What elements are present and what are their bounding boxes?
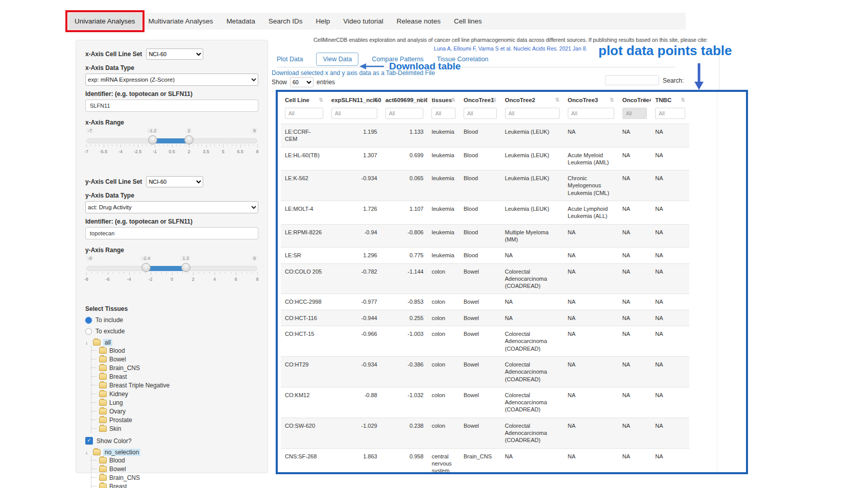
tab-view-data[interactable]: View Data bbox=[316, 53, 358, 66]
column-filter-tissues[interactable] bbox=[431, 108, 455, 119]
nav-tab-metadata[interactable]: Metadata bbox=[220, 13, 261, 30]
slider-ticks bbox=[86, 272, 257, 276]
cell-oncotree1: Blood bbox=[460, 124, 501, 148]
tree-node-kidney[interactable]: Kidney bbox=[109, 391, 128, 398]
y-axis-cell-line-set-select[interactable]: NCI-60 bbox=[146, 176, 203, 187]
column-header-expslfn11-nci60[interactable]: ⇅expSLFN11_nci60 bbox=[327, 92, 381, 107]
column-header-oncotree1[interactable]: ⇅OncoTree1 bbox=[460, 92, 501, 107]
sort-icon[interactable]: ⇅ bbox=[610, 97, 614, 103]
tree-node-skin[interactable]: Skin bbox=[109, 425, 121, 432]
tissues-include-radio[interactable]: To include bbox=[85, 316, 258, 324]
column-filter-oncotree3[interactable] bbox=[568, 108, 614, 119]
tick bbox=[172, 144, 173, 148]
column-filter-cell-line[interactable] bbox=[285, 108, 323, 119]
tree-node-all[interactable]: all bbox=[103, 339, 112, 346]
tick bbox=[108, 272, 108, 275]
tree-node-brain-cns[interactable]: Brain_CNS bbox=[109, 474, 140, 481]
column-filter-tnbc[interactable] bbox=[655, 108, 685, 119]
tree-expand-icon[interactable]: ↓ bbox=[85, 450, 90, 455]
show-color-checkbox[interactable]: ✓ Show Color? bbox=[85, 437, 258, 445]
column-header-act609699-nci60[interactable]: ⇅act609699_nci60 bbox=[381, 92, 428, 107]
nav-tab-search-ids[interactable]: Search IDs bbox=[262, 13, 309, 30]
minor-tick bbox=[245, 144, 245, 146]
slider-handle-to[interactable] bbox=[184, 135, 194, 144]
plot-data-table: ⇅Cell Line⇅expSLFN11_nci60⇅act609699_nci… bbox=[281, 92, 689, 474]
slider-handle-from[interactable] bbox=[148, 135, 157, 144]
minor-tick bbox=[176, 144, 177, 146]
tree-node-no-selection[interactable]: no_selection bbox=[103, 449, 140, 456]
nav-tab-release-notes[interactable]: Release notes bbox=[390, 13, 447, 30]
column-header-tnbc[interactable]: ⇅TNBC bbox=[651, 92, 689, 107]
tree-node-bowel[interactable]: Bowel bbox=[109, 466, 126, 473]
slider-handle-to[interactable] bbox=[181, 263, 190, 272]
tree-node-blood[interactable]: Blood bbox=[109, 457, 125, 464]
cell-cell-line: CO:KM12 bbox=[281, 387, 327, 418]
cell-oncotree3: Acute Lymphoid Leukemia (ALL) bbox=[564, 201, 618, 225]
entries-select[interactable]: 60 bbox=[290, 77, 314, 87]
tree-node-breast-triple-negative[interactable]: Breast Triple Negative bbox=[109, 382, 170, 389]
tree-node-bowel[interactable]: Bowel bbox=[109, 356, 126, 363]
cell-oncotree4: NA bbox=[618, 326, 652, 357]
cell-tnbc: NA bbox=[651, 448, 689, 474]
column-filter-oncotree2[interactable] bbox=[505, 108, 560, 119]
tree-node-lung[interactable]: Lung bbox=[109, 399, 123, 406]
y-axis-identifier-input[interactable] bbox=[85, 227, 258, 239]
tick bbox=[236, 272, 236, 275]
tree-node-brain-cns[interactable]: Brain_CNS bbox=[109, 364, 140, 372]
y-axis-data-type-select[interactable]: act: Drug Activity bbox=[85, 201, 258, 213]
cell-tnbc: NA bbox=[651, 263, 689, 294]
folder-icon bbox=[99, 382, 107, 388]
minor-tick bbox=[102, 272, 103, 274]
minor-tick bbox=[210, 144, 211, 146]
folder-icon bbox=[99, 400, 107, 406]
tree-node-ovary[interactable]: Ovary bbox=[109, 408, 126, 415]
column-header-oncotree2[interactable]: ⇅OncoTree2 bbox=[501, 92, 564, 107]
x-axis-range-slider[interactable]: -78-1.22-7-5.5-4-2.5-10.523.556.58 bbox=[86, 128, 257, 157]
nav-tab-univariate-analyses[interactable]: Univariate Analyses bbox=[68, 13, 142, 30]
column-header-tissues[interactable]: ⇅tissues bbox=[427, 92, 460, 107]
nav-tab-cell-lines[interactable]: Cell lines bbox=[447, 13, 489, 30]
y-axis-range-slider[interactable]: -88-2.41.3-8-6-4-202468 bbox=[86, 256, 257, 284]
cell-tnbc: NA bbox=[651, 147, 689, 170]
table-body: LE:CCRF-CEM1.1951.133leukemiaBloodLeukem… bbox=[281, 124, 689, 475]
minor-tick bbox=[193, 144, 194, 146]
tick bbox=[240, 144, 241, 148]
tree-node-blood[interactable]: Blood bbox=[109, 347, 125, 354]
minor-tick bbox=[134, 272, 135, 274]
column-filter-expslfn11-nci60[interactable] bbox=[331, 108, 377, 119]
sort-icon[interactable]: ⇅ bbox=[681, 97, 685, 103]
tab-plot-data[interactable]: Plot Data bbox=[277, 56, 303, 63]
tree-node-prostate[interactable]: Prostate bbox=[109, 417, 132, 424]
slider-min-label: -7 bbox=[86, 128, 93, 133]
column-filter-oncotree4[interactable] bbox=[622, 108, 647, 119]
column-filter-oncotree1[interactable] bbox=[464, 108, 497, 119]
cell-expslfn11-nci60: 1.296 bbox=[327, 248, 381, 263]
table-row: LE:K-562-0.9340.065leukemiaBloodLeukemia… bbox=[281, 170, 689, 201]
search-input[interactable] bbox=[605, 75, 659, 85]
cell-oncotree3: NA bbox=[564, 418, 618, 448]
nav-tab-video-tutorial[interactable]: Video tutorial bbox=[336, 13, 390, 30]
x-axis-identifier-input[interactable] bbox=[85, 100, 258, 112]
tree-expand-icon[interactable]: ↓ bbox=[85, 340, 90, 346]
tree-node-breast[interactable]: Breast bbox=[109, 373, 127, 380]
nav-tab-help[interactable]: Help bbox=[309, 13, 336, 30]
column-filter-act609699-nci60[interactable] bbox=[385, 108, 424, 119]
tissues-exclude-radio[interactable]: To exclude bbox=[85, 328, 258, 335]
column-label: TNBC bbox=[655, 97, 671, 103]
x-axis-cell-line-set-select[interactable]: NCI-60 bbox=[146, 48, 203, 60]
folder-icon bbox=[93, 449, 101, 455]
column-header-oncotree4[interactable]: ⇅OncoTree4 bbox=[618, 92, 652, 107]
tabs-divider bbox=[277, 67, 675, 67]
tree-node-breast[interactable]: Breast bbox=[109, 483, 127, 488]
column-header-cell-line[interactable]: ⇅Cell Line bbox=[281, 92, 327, 107]
tick bbox=[151, 272, 151, 275]
column-header-oncotree3[interactable]: ⇅OncoTree3 bbox=[564, 92, 618, 107]
minor-tick bbox=[225, 272, 226, 274]
slider-max-label: 8 bbox=[252, 128, 257, 133]
folder-icon bbox=[93, 339, 101, 346]
sort-icon[interactable]: ⇅ bbox=[555, 97, 559, 103]
tick bbox=[120, 144, 121, 148]
x-axis-data-type-select[interactable]: exp: mRNA Expression (Z-Score) bbox=[85, 74, 258, 86]
sort-icon[interactable]: ⇅ bbox=[319, 97, 323, 103]
nav-tab-multivariate-analyses[interactable]: Multivariate Analyses bbox=[142, 13, 220, 30]
